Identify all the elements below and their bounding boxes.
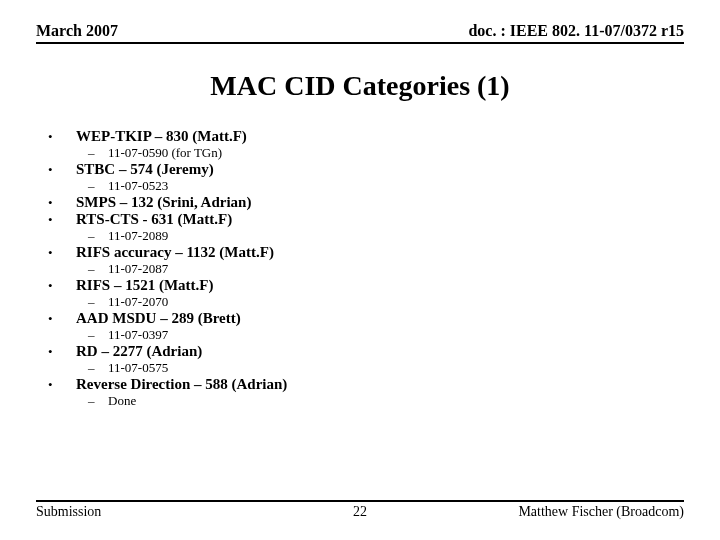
footer-left: Submission [36, 504, 101, 520]
page-title: MAC CID Categories (1) [36, 70, 684, 102]
slide-page: March 2007 doc. : IEEE 802. 11-07/0372 r… [0, 0, 720, 540]
list-item: •AAD MSDU – 289 (Brett)–11-07-0397 [46, 310, 684, 343]
list-item: •SMPS – 132 (Srini, Adrian) [46, 194, 684, 211]
sub-text: 11-07-0523 [108, 178, 168, 194]
sub-text: 11-07-2070 [108, 294, 168, 310]
sub-text: 11-07-0397 [108, 327, 168, 343]
list-item: •RD – 2277 (Adrian)–11-07-0575 [46, 343, 684, 376]
bullet-dot-icon: • [46, 212, 76, 228]
dash-icon: – [88, 178, 108, 194]
header-date: March 2007 [36, 22, 118, 40]
footer-right: Matthew Fischer (Broadcom) [518, 504, 684, 520]
item-text: WEP-TKIP – 830 (Matt.F) [76, 128, 247, 145]
list-item: •RTS-CTS - 631 (Matt.F)–11-07-2089 [46, 211, 684, 244]
bullet-row: •SMPS – 132 (Srini, Adrian) [46, 194, 684, 211]
bullet-row: •WEP-TKIP – 830 (Matt.F) [46, 128, 684, 145]
bullet-dot-icon: • [46, 162, 76, 178]
sub-row: –11-07-2070 [88, 294, 684, 310]
dash-icon: – [88, 145, 108, 161]
sub-row: –11-07-2087 [88, 261, 684, 277]
dash-icon: – [88, 294, 108, 310]
dash-icon: – [88, 327, 108, 343]
item-text: RIFS accuracy – 1132 (Matt.F) [76, 244, 274, 261]
list-item: •WEP-TKIP – 830 (Matt.F)–11-07-0590 (for… [46, 128, 684, 161]
bullet-row: •Reverse Direction – 588 (Adrian) [46, 376, 684, 393]
item-text: RD – 2277 (Adrian) [76, 343, 202, 360]
footer-row: 22 Submission Matthew Fischer (Broadcom) [36, 500, 684, 520]
dash-icon: – [88, 228, 108, 244]
list-item: •RIFS accuracy – 1132 (Matt.F)–11-07-208… [46, 244, 684, 277]
dash-icon: – [88, 261, 108, 277]
list-item: •STBC – 574 (Jeremy)–11-07-0523 [46, 161, 684, 194]
list-item: •RIFS – 1521 (Matt.F)–11-07-2070 [46, 277, 684, 310]
dash-icon: – [88, 393, 108, 409]
sub-row: –11-07-2089 [88, 228, 684, 244]
sub-row: –Done [88, 393, 684, 409]
bullet-dot-icon: • [46, 311, 76, 327]
sub-text: 11-07-0575 [108, 360, 168, 376]
sub-row: –11-07-0590 (for TGn) [88, 145, 684, 161]
bullet-dot-icon: • [46, 245, 76, 261]
sub-text: Done [108, 393, 136, 409]
bullet-row: •RD – 2277 (Adrian) [46, 343, 684, 360]
bullet-row: •AAD MSDU – 289 (Brett) [46, 310, 684, 327]
bullet-row: •STBC – 574 (Jeremy) [46, 161, 684, 178]
bullet-dot-icon: • [46, 278, 76, 294]
sub-text: 11-07-2089 [108, 228, 168, 244]
dash-icon: – [88, 360, 108, 376]
sub-text: 11-07-2087 [108, 261, 168, 277]
item-text: SMPS – 132 (Srini, Adrian) [76, 194, 251, 211]
bullet-dot-icon: • [46, 377, 76, 393]
bullet-dot-icon: • [46, 129, 76, 145]
bullet-dot-icon: • [46, 195, 76, 211]
item-text: RTS-CTS - 631 (Matt.F) [76, 211, 232, 228]
item-text: Reverse Direction – 588 (Adrian) [76, 376, 287, 393]
sub-row: –11-07-0523 [88, 178, 684, 194]
sub-text: 11-07-0590 (for TGn) [108, 145, 222, 161]
list-item: •Reverse Direction – 588 (Adrian)–Done [46, 376, 684, 409]
bullet-row: •RTS-CTS - 631 (Matt.F) [46, 211, 684, 228]
item-text: STBC – 574 (Jeremy) [76, 161, 214, 178]
bullet-list: •WEP-TKIP – 830 (Matt.F)–11-07-0590 (for… [46, 128, 684, 409]
sub-row: –11-07-0575 [88, 360, 684, 376]
header-docid: doc. : IEEE 802. 11-07/0372 r15 [468, 22, 684, 40]
sub-row: –11-07-0397 [88, 327, 684, 343]
item-text: AAD MSDU – 289 (Brett) [76, 310, 241, 327]
bullet-row: •RIFS accuracy – 1132 (Matt.F) [46, 244, 684, 261]
bullet-dot-icon: • [46, 344, 76, 360]
item-text: RIFS – 1521 (Matt.F) [76, 277, 213, 294]
header-row: March 2007 doc. : IEEE 802. 11-07/0372 r… [36, 22, 684, 44]
bullet-row: •RIFS – 1521 (Matt.F) [46, 277, 684, 294]
